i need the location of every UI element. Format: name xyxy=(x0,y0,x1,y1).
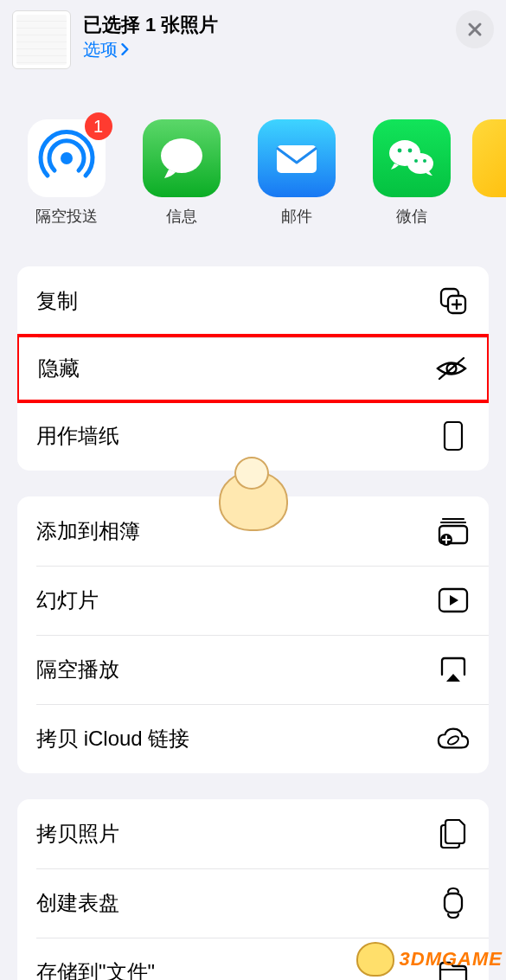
action-hide[interactable]: 隐藏 xyxy=(17,334,489,403)
action-group-2: 添加到相簿 幻灯片 隔空播放 拷贝 iCloud 链接 xyxy=(17,496,489,773)
svg-rect-18 xyxy=(445,894,462,913)
header-title: 已选择 1 张照片 xyxy=(83,12,449,38)
app-label: 邮件 xyxy=(281,206,312,227)
airdrop-icon xyxy=(38,130,95,187)
wallpaper-icon xyxy=(437,420,470,452)
album-icon xyxy=(437,515,470,548)
mail-icon xyxy=(270,131,323,185)
svg-rect-2 xyxy=(277,145,317,173)
action-save-files[interactable]: 存储到"文件" xyxy=(17,938,489,980)
watch-icon xyxy=(437,887,470,919)
wechat-icon xyxy=(384,131,439,186)
action-slideshow[interactable]: 幻灯片 xyxy=(17,566,489,635)
svg-point-0 xyxy=(61,152,73,164)
svg-point-5 xyxy=(407,149,412,153)
hide-icon xyxy=(435,352,468,385)
share-sheet-header: 已选择 1 张照片 选项 xyxy=(0,0,506,85)
close-icon xyxy=(466,21,484,38)
action-group-1: 复制 隐藏 用作墙纸 xyxy=(17,266,489,471)
svg-point-8 xyxy=(423,159,426,163)
selected-photo-thumbnail xyxy=(12,10,71,69)
app-wechat[interactable]: 微信 xyxy=(354,119,469,227)
app-partial-next[interactable] xyxy=(469,119,503,227)
airdrop-badge: 1 xyxy=(85,112,112,140)
chevron-right-icon xyxy=(119,43,131,55)
play-icon xyxy=(437,584,470,617)
airplay-icon xyxy=(437,653,470,686)
svg-point-4 xyxy=(397,149,401,153)
app-airdrop[interactable]: 1 隔空投送 xyxy=(9,119,124,227)
app-messages[interactable]: 信息 xyxy=(124,119,239,227)
app-mail[interactable]: 邮件 xyxy=(239,119,354,227)
action-watch-face[interactable]: 创建表盘 xyxy=(17,868,489,938)
action-wallpaper[interactable]: 用作墙纸 xyxy=(17,401,489,471)
cloud-link-icon xyxy=(437,722,470,755)
messages-icon xyxy=(157,133,207,183)
svg-point-1 xyxy=(161,138,202,173)
app-label: 信息 xyxy=(166,206,197,227)
folder-icon xyxy=(437,956,470,980)
svg-point-17 xyxy=(446,734,459,746)
copy-icon xyxy=(437,285,470,317)
action-copy-photo[interactable]: 拷贝照片 xyxy=(17,799,489,868)
svg-point-6 xyxy=(407,153,433,174)
svg-point-7 xyxy=(414,159,418,163)
action-airplay[interactable]: 隔空播放 xyxy=(17,635,489,704)
duplicate-icon xyxy=(437,817,470,850)
share-apps-row: 1 隔空投送 信息 邮件 xyxy=(0,85,506,240)
app-label: 微信 xyxy=(396,206,427,227)
action-icloud-link[interactable]: 拷贝 iCloud 链接 xyxy=(17,704,489,773)
action-copy[interactable]: 复制 xyxy=(17,266,489,336)
action-group-3: 拷贝照片 创建表盘 存储到"文件" xyxy=(17,799,489,980)
action-add-album[interactable]: 添加到相簿 xyxy=(17,496,489,566)
svg-rect-13 xyxy=(445,422,462,450)
app-label: 隔空投送 xyxy=(35,206,98,227)
svg-line-12 xyxy=(439,358,464,379)
close-button[interactable] xyxy=(456,10,494,48)
options-button[interactable]: 选项 xyxy=(83,38,449,61)
